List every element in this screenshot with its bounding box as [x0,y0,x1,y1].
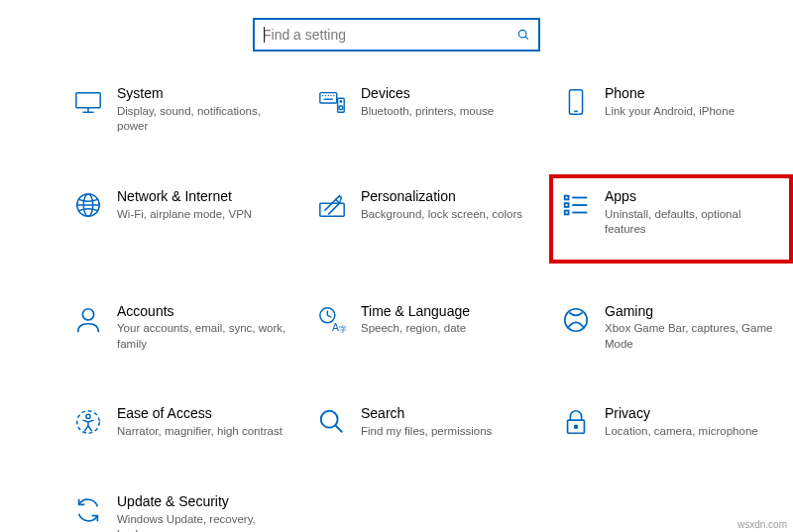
accessibility-icon [73,407,103,437]
tile-desc: Xbox Game Bar, captures, Game Mode [605,321,777,352]
tile-desc: Narrator, magnifier, high contrast [117,424,289,440]
tile-text: Phone Link your Android, iPhone [605,85,781,119]
svg-point-36 [321,411,338,428]
tile-title: Ease of Access [117,405,289,422]
xbox-icon [561,305,591,335]
keyboard-speaker-icon [317,87,347,117]
tile-title: Apps [605,188,777,205]
tile-text: Ease of Access Narrator, magnifier, high… [117,405,293,439]
tile-desc: Bluetooth, printers, mouse [361,104,533,120]
tile-desc: Your accounts, email, sync, work, family [117,321,289,352]
svg-point-14 [340,101,342,103]
tile-desc: Link your Android, iPhone [605,104,777,120]
tile-text: Accounts Your accounts, email, sync, wor… [117,303,293,353]
tile-desc: Speech, region, date [361,321,533,337]
svg-point-35 [86,415,90,419]
tile-accounts[interactable]: Accounts Your accounts, email, sync, wor… [69,297,297,359]
tile-text: Search Find my files, permissions [361,405,537,439]
tile-text: Devices Bluetooth, printers, mouse [361,85,537,119]
tile-title: Accounts [117,303,289,320]
svg-point-27 [82,308,93,319]
svg-rect-15 [569,90,582,114]
tile-text: Privacy Location, camera, microphone [605,405,781,439]
svg-rect-5 [320,93,337,103]
lock-icon [561,407,591,437]
tile-title: Network & Internet [117,188,289,205]
apps-list-icon [561,190,591,220]
tile-desc: Wi-Fi, airplane mode, VPN [117,207,289,223]
tile-text: Time & Language Speech, region, date [361,303,537,337]
tile-desc: Location, camera, microphone [605,424,777,440]
watermark: wsxdn.com [737,519,787,530]
magnifier-icon [317,407,347,437]
tile-title: Time & Language [361,303,533,320]
tile-desc: Windows Update, recovery, backup [117,512,289,532]
tile-privacy[interactable]: Privacy Location, camera, microphone [557,399,785,445]
tile-text: Apps Uninstall, defaults, optional featu… [605,188,781,238]
search-icon [516,28,530,42]
tile-network-internet[interactable]: Network & Internet Wi-Fi, airplane mode,… [69,182,297,256]
search-bar-container [0,0,793,79]
tile-ease-of-access[interactable]: Ease of Access Narrator, magnifier, high… [69,399,297,445]
tile-search[interactable]: Search Find my files, permissions [313,399,541,445]
tile-title: Privacy [605,405,777,422]
sync-arrows-icon [73,495,103,525]
tile-apps[interactable]: Apps Uninstall, defaults, optional featu… [557,182,785,256]
svg-text:字: 字 [339,324,347,334]
tile-gaming[interactable]: Gaming Xbox Game Bar, captures, Game Mod… [557,297,785,359]
tile-update-security[interactable]: Update & Security Windows Update, recove… [69,487,297,532]
svg-rect-23 [565,203,569,207]
tile-text: System Display, sound, notifications, po… [117,85,293,135]
tile-title: Personalization [361,188,533,205]
tile-title: Devices [361,85,533,102]
tile-devices[interactable]: Devices Bluetooth, printers, mouse [313,79,541,141]
monitor-icon [73,87,103,117]
svg-line-30 [327,315,331,317]
globe-icon [73,190,103,220]
tile-desc: Background, lock screen, colors [361,207,533,223]
text-cursor [264,27,265,43]
tile-text: Gaming Xbox Game Bar, captures, Game Mod… [605,303,781,353]
tile-text: Network & Internet Wi-Fi, airplane mode,… [117,188,293,222]
paintbrush-icon [317,190,347,220]
svg-point-13 [339,106,343,110]
tile-title: Update & Security [117,493,289,510]
svg-point-0 [518,30,526,38]
svg-point-39 [575,426,578,429]
tile-text: Personalization Background, lock screen,… [361,188,537,222]
tile-system[interactable]: System Display, sound, notifications, po… [69,79,297,141]
tile-phone[interactable]: Phone Link your Android, iPhone [557,79,785,141]
time-language-icon: A 字 [317,305,347,335]
tile-desc: Uninstall, defaults, optional features [605,207,777,238]
tile-title: System [117,85,289,102]
tile-text: Update & Security Windows Update, recove… [117,493,293,532]
tile-personalization[interactable]: Personalization Background, lock screen,… [313,182,541,256]
svg-rect-2 [76,93,100,108]
tile-desc: Find my files, permissions [361,424,533,440]
tile-title: Gaming [605,303,777,320]
settings-grid: System Display, sound, notifications, po… [0,79,793,532]
tile-title: Search [361,405,533,422]
person-icon [73,305,103,335]
svg-line-37 [335,426,342,433]
search-box[interactable] [253,18,540,52]
tile-title: Phone [605,85,777,102]
phone-icon [561,87,591,117]
svg-line-1 [525,37,528,40]
tile-desc: Display, sound, notifications, power [117,104,289,135]
search-input[interactable] [263,27,516,43]
tile-time-language[interactable]: A 字 Time & Language Speech, region, date [313,297,541,359]
svg-rect-21 [565,195,569,199]
svg-rect-25 [565,210,569,214]
